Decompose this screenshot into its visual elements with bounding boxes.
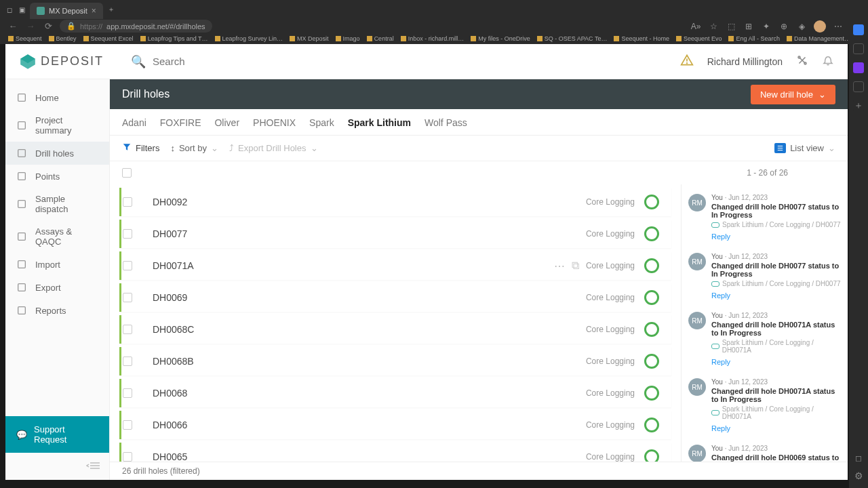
rail-search-icon[interactable]	[853, 43, 864, 54]
drill-hole-row[interactable]: DH0077Core Logging	[119, 220, 671, 248]
bookmark-item[interactable]: Data Management…	[787, 35, 850, 42]
select-all-checkbox[interactable]	[122, 168, 132, 178]
drill-hole-row[interactable]: DH0066Core Logging	[119, 411, 671, 439]
rail-settings-icon[interactable]: ⚙	[853, 470, 864, 481]
more-icon[interactable]: ⋯	[554, 260, 565, 272]
bookmark-item[interactable]: My files - OneDrive	[471, 35, 530, 42]
bookmark-item[interactable]: MX Deposit	[290, 35, 329, 42]
bookmark-item[interactable]: Seequent	[8, 35, 42, 42]
collections-icon[interactable]: ⊕	[778, 21, 789, 32]
extensions-icon[interactable]: ⊞	[743, 21, 754, 32]
read-aloud-icon[interactable]: A»	[690, 21, 701, 32]
drill-hole-row[interactable]: DH0068Core Logging	[119, 379, 671, 407]
tab-phoenix[interactable]: PHOENIX	[253, 117, 296, 135]
profile-avatar[interactable]	[814, 20, 826, 33]
bookmark-item[interactable]: Seequent Excel	[83, 35, 134, 42]
rail-chat-icon[interactable]	[853, 24, 864, 35]
search-region: 🔍	[131, 54, 669, 69]
copy-icon[interactable]: ⧉	[572, 260, 579, 272]
drill-hole-row[interactable]: DH0069Core Logging	[119, 283, 671, 312]
sidebar-item-export[interactable]: Export	[5, 276, 109, 299]
tab-spark-lithium[interactable]: Spark Lithium	[348, 117, 411, 135]
collapse-sidebar-icon[interactable]	[86, 461, 100, 473]
bookmark-item[interactable]: SQ - OSES APAC Te…	[537, 35, 608, 42]
logo[interactable]: DEPOSIT	[19, 53, 104, 70]
tab-foxfire[interactable]: FOXFIRE	[160, 117, 201, 135]
drill-hole-row[interactable]: DH0092Core Logging	[119, 188, 671, 216]
shopping-icon[interactable]: ⬚	[726, 21, 736, 32]
row-checkbox[interactable]	[123, 261, 132, 270]
user-name[interactable]: Richard Millington	[707, 56, 783, 67]
reply-button[interactable]: Reply	[711, 232, 841, 241]
bookmark-item[interactable]: Eng All - Search	[728, 35, 780, 42]
drill-hole-row[interactable]: DH0065Core Logging	[119, 443, 671, 462]
alert-icon[interactable]	[680, 54, 694, 70]
activity-path: Spark Lithium / Core Logging / DH0077	[711, 280, 841, 287]
row-checkbox[interactable]	[123, 325, 132, 334]
bookmark-item[interactable]: Inbox - richard.mill…	[401, 35, 465, 42]
notifications-icon[interactable]	[822, 54, 834, 69]
bookmark-item[interactable]: Leapfrog Survey Lin…	[215, 35, 283, 42]
bookmark-item[interactable]: Seequent Evo	[676, 35, 722, 42]
ext2-icon[interactable]: ◈	[796, 21, 807, 32]
drill-hole-row[interactable]: DH0068CCore Logging	[119, 315, 671, 344]
tab-wolf-pass[interactable]: Wolf Pass	[425, 117, 467, 135]
search-icon[interactable]: 🔍	[131, 54, 146, 69]
menu-icon[interactable]: ⋯	[833, 21, 844, 32]
refresh-icon[interactable]: ⟳	[42, 20, 54, 33]
row-checkbox[interactable]	[123, 197, 132, 207]
reply-button[interactable]: Reply	[711, 358, 841, 366]
row-checkbox[interactable]	[123, 229, 132, 239]
settings-icon[interactable]	[796, 54, 808, 69]
folder-icon	[676, 36, 682, 41]
sidebar-item-drill-holes[interactable]: Drill holes	[5, 142, 109, 165]
rail-plus-icon[interactable]: ＋	[853, 100, 864, 111]
drill-hole-row[interactable]: DH0068BCore Logging	[119, 347, 671, 375]
filters-button[interactable]: Filters	[122, 142, 159, 154]
view-toggle[interactable]: ☰ List view ⌄	[774, 143, 835, 153]
rail-tools-icon[interactable]	[853, 81, 864, 92]
bookmark-item[interactable]: Seequent - Home	[614, 35, 669, 42]
sidebar-item-reports[interactable]: Reports	[5, 299, 109, 322]
row-checkbox[interactable]	[123, 388, 132, 398]
sidebar-item-sample-dispatch[interactable]: Sample dispatch	[5, 188, 109, 220]
row-checkbox[interactable]	[123, 357, 132, 366]
search-input[interactable]	[153, 56, 288, 67]
sidebar-item-points[interactable]: Points	[5, 165, 109, 188]
reply-button[interactable]: Reply	[711, 424, 841, 432]
sidebar-item-import[interactable]: Import	[5, 253, 109, 276]
activity-meta: You · Jun 12, 2023	[711, 194, 841, 201]
tab-oliver[interactable]: Oliver	[214, 117, 239, 135]
tab-spark[interactable]: Spark	[309, 117, 334, 135]
bookmark-item[interactable]: Central	[367, 35, 394, 42]
sort-button[interactable]: ↕ Sort by ⌄	[170, 143, 218, 153]
browser-tab[interactable]: MX Deposit ×	[30, 3, 103, 19]
export-button[interactable]: ⤴ Export Drill Holes ⌄	[229, 143, 317, 153]
reply-button[interactable]: Reply	[711, 291, 841, 300]
tab-home-icon[interactable]: ◻	[5, 5, 14, 14]
bookmark-item[interactable]: Bentley	[49, 35, 77, 42]
sidebar-item-assays--qaqc[interactable]: Assays & QAQC	[5, 220, 109, 253]
star-icon[interactable]: ☆	[708, 21, 719, 32]
sidebar-item-home[interactable]: Home	[5, 86, 109, 109]
close-tab-icon[interactable]: ×	[92, 6, 96, 16]
tab-workspaces-icon[interactable]: ▣	[18, 5, 26, 14]
activity-panel: RMYou · Jun 12, 2023Changed drill hole D…	[681, 184, 848, 462]
support-request-button[interactable]: 💬 Support Request	[5, 416, 109, 453]
bookmark-item[interactable]: Imago	[336, 35, 360, 42]
row-checkbox[interactable]	[123, 293, 132, 302]
back-icon[interactable]: ←	[7, 20, 19, 33]
drill-hole-row[interactable]: DH0071A⋯⧉Core Logging	[119, 251, 671, 280]
rail-outlook-icon[interactable]	[853, 62, 864, 73]
favorites-icon[interactable]: ✦	[761, 21, 772, 32]
row-checkbox[interactable]	[123, 420, 132, 430]
new-tab-icon[interactable]: ＋	[107, 5, 115, 14]
rail-box-icon[interactable]: ◻	[853, 453, 864, 464]
sidebar-item-project-summary[interactable]: Project summary	[5, 109, 109, 142]
new-drill-hole-button[interactable]: New drill hole ⌄	[751, 85, 835, 104]
row-checkbox[interactable]	[123, 452, 132, 462]
bookmark-item[interactable]: Leapfrog Tips and T…	[140, 35, 208, 42]
url-field[interactable]: 🔒 https://app.mxdeposit.net/#/drillholes	[60, 20, 212, 33]
folder-icon	[215, 36, 220, 41]
tab-adani[interactable]: Adani	[122, 117, 146, 135]
